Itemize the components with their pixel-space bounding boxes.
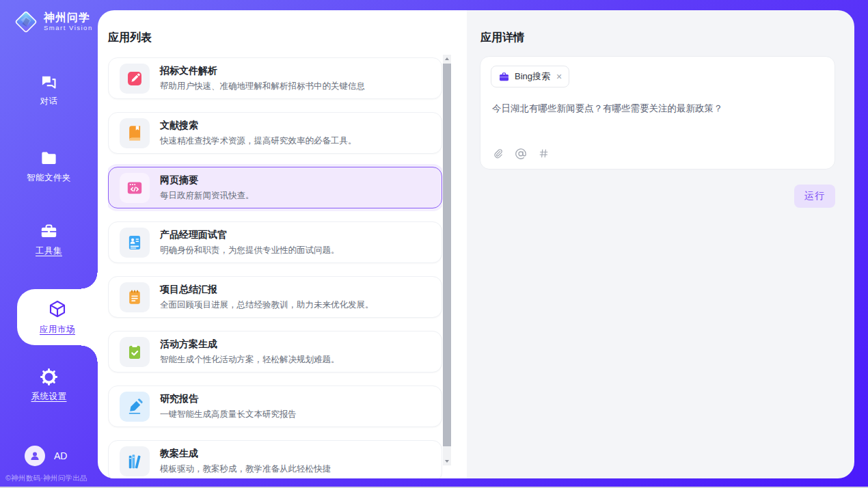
scroll-up-button[interactable] — [443, 55, 451, 63]
app-card-desc: 每日政府新闻资讯快查。 — [160, 190, 254, 202]
diamond-logo-icon — [12, 8, 40, 36]
app-card-5[interactable]: 项目总结汇报全面回顾项目进展，总结经验教训，助力未来优化发展。 — [108, 276, 442, 318]
app-card-title: 网页摘要 — [160, 174, 254, 187]
app-card-desc: 快速精准查找学术资源，提高研究效率的必备工具。 — [160, 135, 357, 147]
sidebar: 神州问学 Smart Vision 对话智能文件夹工具集应用市场系统设置 AD … — [0, 0, 98, 488]
composer-toolbar — [492, 147, 550, 160]
tool-chip-bing-search[interactable]: Bing搜索 × — [491, 66, 569, 87]
run-button[interactable]: 运行 — [794, 185, 835, 208]
sidebar-item-toolset[interactable]: 工具集 — [0, 222, 98, 257]
app-card-2[interactable]: 文献搜索快速精准查找学术资源，提高研究效率的必备工具。 — [108, 112, 442, 154]
clipboard-check-icon — [120, 337, 150, 367]
books-icon — [120, 446, 150, 476]
app-card-desc: 模板驱动，教案秒成，教学准备从此轻松快捷 — [160, 463, 331, 475]
user-account[interactable]: AD — [25, 446, 67, 466]
prompt-text: 今日湖北有哪些新闻要点？有哪些需要关注的最新政策？ — [492, 102, 821, 116]
triangle-up-icon — [445, 57, 449, 60]
app-card-desc: 全面回顾项目进展，总结经验教训，助力未来优化发展。 — [160, 299, 374, 311]
app-card-3[interactable]: 网页摘要每日政府新闻资讯快查。 — [108, 167, 442, 208]
app-card-desc: 帮助用户快速、准确地理解和解析招标书中的关键信息 — [160, 81, 365, 92]
prompt-input[interactable]: Bing搜索 × 今日湖北有哪些新闻要点？有哪些需要关注的最新政策？ — [480, 56, 835, 170]
research-pen-icon — [120, 392, 150, 422]
edit-doc-icon — [120, 64, 150, 94]
main-container: 应用列表 招标文件解析帮助用户快速、准确地理解和解析招标书中的关键信息文献搜索快… — [98, 10, 854, 478]
app-card-title: 教案生成 — [160, 448, 331, 460]
folder-icon — [40, 149, 58, 167]
book-icon — [120, 118, 150, 148]
app-card-8[interactable]: 教案生成模板驱动，教案秒成，教学准备从此轻松快捷 — [108, 440, 442, 478]
brand-logo: 神州问学 Smart Vision — [12, 8, 93, 36]
resume-icon — [120, 228, 150, 258]
app-card-title: 研究报告 — [160, 393, 297, 405]
app-card-6[interactable]: 活动方案生成智能生成个性化活动方案，轻松解决规划难题。 — [108, 331, 442, 372]
close-icon[interactable]: × — [556, 72, 562, 81]
briefcase-icon — [498, 71, 510, 83]
sidebar-item-label: 系统设置 — [31, 391, 67, 403]
app-detail-panel: 应用详情 Bing搜索 × 今日湖北有哪些新闻要点？有哪些需要关注的最新政策？ … — [467, 10, 854, 478]
app-card-title: 招标文件解析 — [160, 65, 365, 77]
app-card-7[interactable]: 研究报告一键智能生成高质量长文本研究报告 — [108, 385, 442, 427]
hash-icon[interactable] — [538, 148, 550, 159]
sidebar-item-system-settings[interactable]: 系统设置 — [0, 368, 98, 403]
tool-chip-label: Bing搜索 — [515, 70, 550, 83]
sidebar-item-label: 对话 — [40, 96, 58, 107]
list-scrollbar[interactable] — [443, 55, 451, 465]
app-list-title: 应用列表 — [108, 31, 152, 45]
at-icon[interactable] — [515, 148, 527, 160]
avatar[interactable] — [25, 446, 45, 466]
person-icon — [29, 450, 41, 462]
app-card-title: 产品经理面试官 — [160, 229, 340, 241]
paperclip-icon[interactable] — [492, 147, 504, 160]
brand-name: 神州问学 — [44, 12, 93, 24]
app-card-title: 活动方案生成 — [160, 338, 340, 351]
app-card-4[interactable]: 产品经理面试官明确身份和职责，为您提供专业性的面试问题。 — [108, 221, 442, 263]
gear-icon — [40, 368, 58, 386]
app-detail-title: 应用详情 — [480, 31, 524, 45]
chat-icon — [40, 72, 58, 91]
sidebar-item-smart-folder[interactable]: 智能文件夹 — [0, 149, 98, 184]
app-card-title: 项目总结汇报 — [160, 284, 374, 296]
cube-icon — [47, 299, 68, 319]
user-name: AD — [54, 450, 67, 461]
notepad-icon — [120, 282, 150, 312]
scroll-down-button[interactable] — [443, 457, 451, 465]
toolbox-icon — [40, 222, 58, 241]
sidebar-item-label: 应用市场 — [40, 324, 75, 336]
copyright-footer: ©神州数码·神州问学出品 — [5, 474, 87, 483]
triangle-down-icon — [445, 460, 449, 463]
app-list: 招标文件解析帮助用户快速、准确地理解和解析招标书中的关键信息文献搜索快速精准查找… — [108, 57, 442, 478]
app-list-panel: 应用列表 招标文件解析帮助用户快速、准确地理解和解析招标书中的关键信息文献搜索快… — [98, 10, 467, 478]
sidebar-item-chat[interactable]: 对话 — [0, 72, 98, 107]
sidebar-item-label: 智能文件夹 — [27, 172, 71, 184]
web-code-icon — [120, 173, 150, 203]
app-card-desc: 明确身份和职责，为您提供专业性的面试问题。 — [160, 245, 340, 256]
app-card-desc: 智能生成个性化活动方案，轻松解决规划难题。 — [160, 354, 340, 366]
brand-subtitle: Smart Vision — [44, 25, 93, 31]
sidebar-item-app-market[interactable]: 应用市场 — [17, 289, 98, 345]
app-card-title: 文献搜索 — [160, 120, 357, 132]
app-card-1[interactable]: 招标文件解析帮助用户快速、准确地理解和解析招标书中的关键信息 — [108, 57, 442, 99]
sidebar-item-label: 工具集 — [36, 245, 62, 257]
app-card-desc: 一键智能生成高质量长文本研究报告 — [160, 409, 297, 420]
scrollbar-thumb[interactable] — [443, 64, 451, 446]
